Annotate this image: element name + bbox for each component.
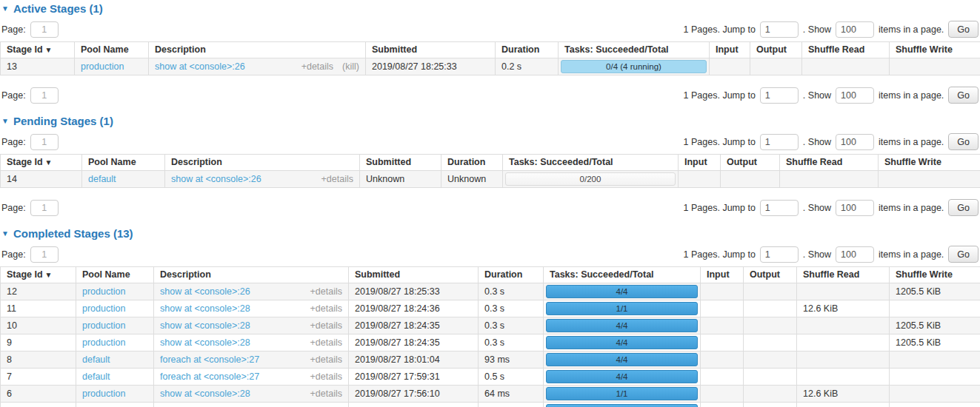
section-header-pending-stages[interactable]: ▼ Pending Stages (1) [1,115,979,127]
page-number-input[interactable] [30,21,59,38]
pool-name-cell: production [76,283,154,300]
pending-stages-table: Stage Id ▼Pool NameDescriptionSubmittedD… [0,154,980,188]
column-header-submitted[interactable]: Submitted [360,155,441,171]
pool-name-link[interactable]: production [82,320,125,331]
column-header-pool-name[interactable]: Pool Name [75,42,149,58]
input-cell [701,317,744,334]
pool-name-link[interactable]: production [81,61,124,72]
pool-name-link[interactable]: default [82,354,110,365]
stage-description-link[interactable]: show at <console>:26 [171,174,261,185]
shuffle-write-cell [879,171,980,188]
column-header-shuffle-write[interactable]: Shuffle Write [879,155,980,171]
go-button[interactable]: Go [948,21,979,38]
column-header-input[interactable]: Input [679,155,721,171]
pool-name-link[interactable]: production [82,286,125,297]
tasks-cell: 0/200 [503,171,679,188]
column-header-pool-name[interactable]: Pool Name [82,155,165,171]
page-number-input[interactable] [30,87,59,104]
pool-name-link[interactable]: production [82,337,125,348]
jump-to-page-input[interactable] [760,87,799,104]
column-header-shuffle-write[interactable]: Shuffle Write [890,42,980,58]
stage-description-link[interactable]: foreach at <console>:27 [160,354,259,366]
jump-to-page-input[interactable] [760,200,799,216]
details-toggle[interactable]: +details [310,337,342,349]
stage-description-link[interactable]: show at <console>:28 [160,303,250,314]
description-cell: show at <console>:28+details [154,403,349,407]
section-header-completed-stages[interactable]: ▼ Completed Stages (13) [1,227,979,240]
show-count-input[interactable] [836,246,874,263]
stage-description-link[interactable]: show at <console>:26 [160,286,250,297]
pool-name-link[interactable]: default [82,371,110,382]
input-cell [701,403,744,407]
submitted-cell: Unknown [360,171,441,188]
column-header-stage-id[interactable]: Stage Id ▼ [1,155,82,171]
column-header-submitted[interactable]: Submitted [366,42,496,58]
submitted-cell: 2019/08/27 18:24:36 [349,300,479,317]
column-header-shuffle-read[interactable]: Shuffle Read [780,155,879,171]
show-count-input[interactable] [836,21,874,38]
stage-description-link[interactable]: show at <console>:28 [160,388,250,400]
column-header-description[interactable]: Description [154,267,349,283]
column-header-stage-id[interactable]: Stage Id ▼ [1,42,75,58]
column-header-duration[interactable]: Duration [496,42,559,58]
column-header-output[interactable]: Output [750,42,802,58]
section-header-active-stages[interactable]: ▼ Active Stages (1) [1,2,979,15]
column-header-tasks-succeeded-total[interactable]: Tasks: Succeeded/Total [559,42,710,58]
column-header-input[interactable]: Input [701,267,744,283]
jump-to-page-input[interactable] [760,21,799,38]
tasks-cell: 0/4 (4 running) [559,58,710,75]
column-header-pool-name[interactable]: Pool Name [76,267,154,283]
go-button[interactable]: Go [948,199,979,216]
jump-to-page-input[interactable] [760,246,799,263]
details-toggle[interactable]: +details [301,61,333,73]
input-cell [701,369,744,386]
show-label: . Show [803,90,831,101]
pool-name-link[interactable]: production [82,388,125,399]
active-stages-table: Stage Id ▼Pool NameDescriptionSubmittedD… [0,41,980,75]
column-header-submitted[interactable]: Submitted [349,267,479,283]
column-header-output[interactable]: Output [744,267,797,283]
show-count-input[interactable] [836,87,874,104]
page-number-input[interactable] [30,246,59,263]
show-count-input[interactable] [836,200,874,216]
details-toggle[interactable]: +details [310,354,342,366]
column-header-tasks-succeeded-total[interactable]: Tasks: Succeeded/Total [544,267,701,283]
column-header-description[interactable]: Description [165,155,360,171]
page-number-input[interactable] [30,200,59,216]
column-header-duration[interactable]: Duration [479,267,544,283]
jump-to-page-input[interactable] [760,134,799,150]
details-toggle[interactable]: +details [321,174,353,185]
column-header-tasks-succeeded-total[interactable]: Tasks: Succeeded/Total [503,155,679,171]
column-header-shuffle-write[interactable]: Shuffle Write [890,267,980,283]
column-header-shuffle-read[interactable]: Shuffle Read [797,267,890,283]
show-count-input[interactable] [836,134,874,150]
stage-description-link[interactable]: show at <console>:28 [160,320,250,332]
tasks-progress-bar: 4/4 [546,285,698,298]
go-button[interactable]: Go [948,87,979,104]
go-button[interactable]: Go [948,246,979,263]
output-cell [744,283,797,300]
page-number-input[interactable] [30,134,59,150]
column-header-shuffle-read[interactable]: Shuffle Read [802,42,890,58]
column-header-input[interactable]: Input [710,42,750,58]
stage-description-link[interactable]: show at <console>:28 [160,337,250,349]
pool-name-link[interactable]: default [88,174,116,184]
details-toggle[interactable]: +details [310,371,342,383]
details-toggle[interactable]: +details [310,388,342,400]
column-header-description[interactable]: Description [149,42,366,58]
pages-count-text: 1 Pages. Jump to [684,249,756,260]
details-toggle[interactable]: +details [310,303,342,314]
kill-link[interactable]: (kill) [342,61,359,73]
column-header-duration[interactable]: Duration [441,155,503,171]
stage-description-link[interactable]: show at <console>:26 [155,61,245,73]
column-header-stage-id[interactable]: Stage Id ▼ [1,267,76,283]
pool-name-link[interactable]: production [82,303,125,314]
stage-description-link[interactable]: foreach at <console>:27 [160,371,259,383]
go-button[interactable]: Go [948,133,979,150]
details-toggle[interactable]: +details [310,286,342,297]
description-cell: show at <console>:26+details [165,171,360,188]
pool-name-cell: default [82,171,165,188]
description-cell: show at <console>:26+details [154,283,349,300]
details-toggle[interactable]: +details [310,320,342,332]
column-header-output[interactable]: Output [721,155,780,171]
